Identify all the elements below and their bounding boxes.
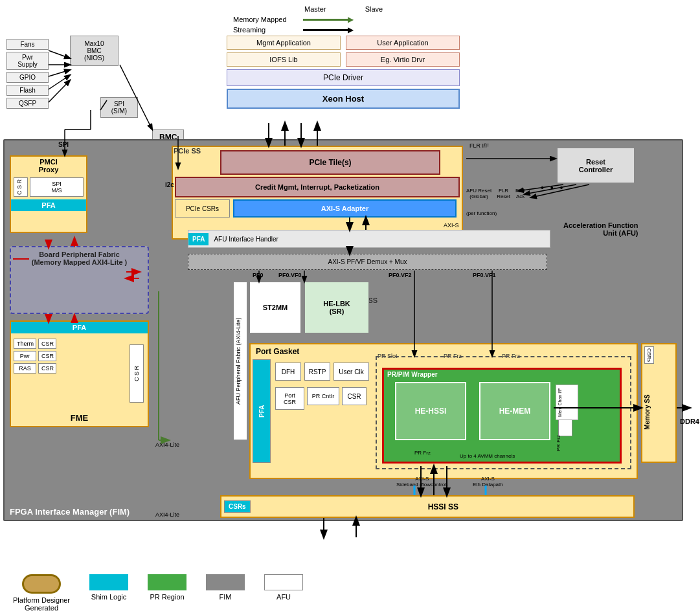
pcie-tile-box: PCIe Tile(s) [220, 150, 440, 175]
software-stack: Mgmt Application User Application IOFS L… [227, 36, 460, 111]
legend-pr-region: PR Region [148, 574, 186, 601]
afu-shape [264, 574, 303, 590]
axi-adapter-box: AXI-S Adapter [233, 199, 457, 218]
spi-sm-label: SPI (S/M) [105, 100, 133, 115]
legend-fim: FIM [206, 574, 245, 601]
pwr-label: Pwr [14, 351, 36, 361]
pcie-driver-label: PCIe Driver [323, 73, 363, 82]
hemem-label: HE-MEM [499, 407, 531, 416]
pwr-supply-box: Pwr Supply [6, 52, 49, 70]
therm-csr: CSR [38, 339, 56, 349]
diagram-container: Master Slave Memory Mapped Streaming Mgm… [0, 0, 700, 615]
platform-designer-label: Platform Designer Generated [13, 596, 70, 612]
memory-ss-box: CSRs Memory SS [641, 343, 677, 463]
hemem-box: HE-MEM [479, 382, 550, 440]
pmci-inner: C S R SPIM/S [11, 175, 86, 199]
user-app-label: User Application [377, 39, 429, 47]
pf0vf1-label: PF0.VF1 [473, 272, 496, 278]
virtio-label: Eg. Virtio Drvr [381, 56, 425, 63]
axispf-label: AXI-S PF/VF Demux + Mux [328, 258, 407, 265]
reset-ctrl-box: Reset Controller [557, 148, 635, 183]
shim-logic-label: Shim Logic [91, 593, 126, 601]
pcie-tile-label: PCIe Tile(s) [309, 158, 351, 167]
fme-box: PFA Therm CSR Pwr CSR RAS CSR C S R FME [10, 320, 149, 427]
fim-label: FPGA Interface Manager (FIM) [10, 507, 130, 517]
svg-line-4 [49, 80, 70, 102]
port-csr-box: Port CSR [275, 387, 304, 410]
axi4lite-label-2: AXI4-Lite [155, 511, 179, 518]
fme-pfa-label: PFA [11, 322, 148, 333]
afu-periph-fabric: AFU Peripheral Fabric (AXI4-Lite) [233, 282, 247, 440]
fme-inner: Therm CSR Pwr CSR RAS CSR [11, 336, 148, 378]
pf0vf2-label: PF0.VF2 [389, 272, 412, 278]
reset-labels: AFU Reset(Global) FLRReset FLRAck [466, 188, 525, 199]
fans-box: Fans [6, 39, 49, 50]
axi-s-label-1: AXI-S [444, 222, 459, 229]
pwr-csr: CSR [38, 351, 56, 361]
bpf-title: Board Peripheral Fabric(Memory Mapped AX… [11, 247, 148, 267]
max10-box: Max10 BMC (NIOS) [70, 36, 119, 66]
peripheral-boxes: Fans Pwr Supply GPIO Flash QSFP [6, 39, 49, 109]
platform-designer-shape [22, 574, 61, 594]
hehssi-label: HE-HSSI [415, 407, 447, 416]
iofslib-box: IOFS Lib [227, 52, 341, 67]
flr-reset-label: FLRReset [497, 188, 510, 199]
flr-if-label: FLR I/F [469, 142, 489, 149]
gpio-box: GPIO [6, 72, 49, 83]
pcie-driver-box: PCIe Driver [227, 69, 460, 86]
afu-interface-label: AFU Interface Handler [214, 236, 278, 243]
axi-s-sideband-label: AXI-S Sideband (flowcontrol) [396, 476, 448, 487]
memory-mapped-arrow [303, 19, 348, 21]
ras-csr: CSR [38, 363, 56, 374]
memory-mapped-label: Memory Mapped [233, 16, 298, 23]
legend-afu: AFU [264, 574, 303, 601]
virtio-box: Eg. Virtio Drvr [346, 52, 460, 67]
axispf-box: AXI-S PF/VF Demux + Mux [188, 254, 547, 270]
memory-csrs-box: CSRs [644, 346, 654, 364]
pr-region-shape [148, 574, 186, 590]
dfh-box: DFH [275, 363, 301, 381]
master-label: Master [304, 5, 326, 13]
reset-ctrl-label: Reset Controller [579, 158, 613, 173]
svg-line-3 [49, 75, 70, 89]
pr-region-label: PR Region [150, 593, 184, 601]
pr-frz-bottom: PR Frz [414, 450, 431, 456]
pcie-csrs-box: PCIe CSRs [175, 199, 230, 218]
pcie-ss-outer-label: PCIe SS [174, 147, 201, 155]
qsfp-box: QSFP [6, 98, 49, 109]
pmci-proxy-box: PMCIProxy C S R SPIM/S PFA [10, 155, 87, 233]
spi-sm-box: SPI (S/M) [100, 97, 138, 118]
st2mm-box: ST2MM [249, 282, 301, 333]
pr-cntlr-box: PR CntIr [307, 387, 339, 405]
bpf-box: Board Peripheral Fabric(Memory Mapped AX… [10, 246, 149, 314]
flash-box: Flash [6, 85, 49, 96]
afu-interface-box: PFA AFU Interface Handler [188, 230, 550, 248]
pf0-label: PF0 [253, 272, 264, 278]
max10-label: Max10 BMC (NIOS) [76, 40, 113, 62]
streaming-arrow [303, 29, 348, 31]
ddr4-label: DDR4 [680, 418, 699, 425]
svg-line-2 [49, 70, 70, 76]
xeon-host-box: Xeon Host [227, 89, 460, 109]
slave-label: Slave [365, 5, 383, 13]
user-app-box: User Application [346, 36, 460, 50]
xeon-host-label: Xeon Host [322, 94, 364, 104]
axi4lite-label-1: AXI4-Lite [155, 442, 179, 448]
pfa-port-gasket: PFA [253, 359, 271, 463]
top-legend: Master Slave Memory Mapped Streaming [233, 5, 383, 34]
helbk-label: HE-LBK (SR) [323, 300, 350, 315]
dots-label: • • • [541, 183, 565, 193]
pfa-cyan: PFA [11, 199, 86, 211]
app-row: Mgmt Application User Application [227, 36, 460, 50]
streaming-label: Streaming [233, 26, 298, 34]
afu-pfa-box: PFA [188, 233, 209, 245]
axi-adapter-label: AXI-S Adapter [321, 205, 369, 212]
mgmt-app-box: Mgmt Application [227, 36, 341, 50]
therm-label: Therm [14, 339, 36, 349]
pcie-ss-label: PCIe SS [346, 294, 635, 307]
ras-label: RAS [14, 363, 36, 374]
avmm-channels-label: Up to 4 AVMM channels [460, 453, 515, 459]
bottom-legend: Platform Designer Generated Shim Logic P… [13, 574, 303, 612]
flr-ack-label: FLRAck [515, 188, 525, 199]
shim-logic-shape [89, 574, 128, 590]
